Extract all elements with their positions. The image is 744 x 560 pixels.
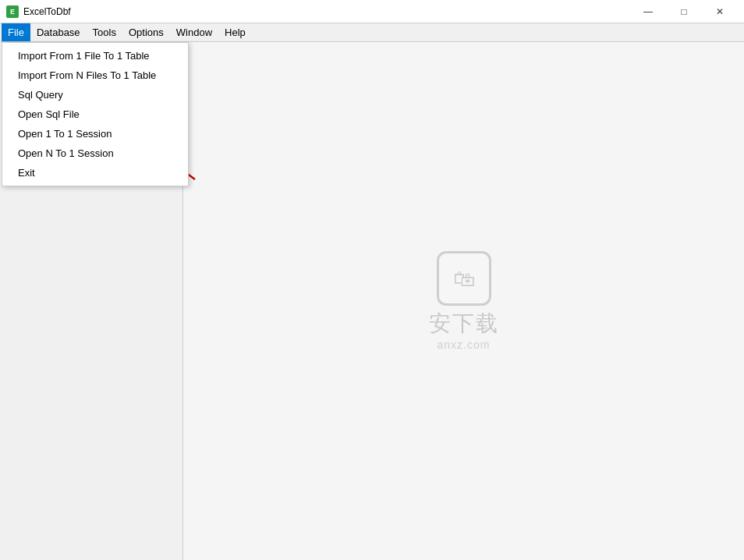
- menu-item-options[interactable]: Options: [122, 23, 170, 41]
- menu-sql-query[interactable]: Sql Query: [2, 85, 188, 105]
- watermark-icon: 🛍: [437, 251, 491, 306]
- app-icon: E: [6, 5, 19, 18]
- menu-item-help[interactable]: Help: [218, 23, 252, 41]
- title-bar-left: E ExcelToDbf: [6, 5, 71, 18]
- menu-item-tools[interactable]: Tools: [87, 23, 122, 41]
- menu-exit[interactable]: Exit: [2, 163, 188, 183]
- menu-open-1-to-1[interactable]: Open 1 To 1 Session: [2, 124, 188, 144]
- file-dropdown: Import From 1 File To 1 Table Import Fro…: [2, 42, 189, 186]
- minimize-button[interactable]: —: [630, 0, 666, 23]
- watermark: 🛍 安下载 anxz.com: [429, 251, 499, 351]
- menu-bar: File Import From 1 File To 1 Table Impor…: [0, 23, 744, 42]
- close-button[interactable]: ✕: [702, 0, 738, 23]
- content-area: 🛍 安下载 anxz.com: [183, 42, 744, 560]
- title-bar-controls: — □ ✕: [630, 0, 738, 23]
- menu-item-file[interactable]: File Import From 1 File To 1 Table Impor…: [2, 23, 30, 41]
- menu-open-sql-file[interactable]: Open Sql File: [2, 105, 188, 124]
- menu-item-database[interactable]: Database: [30, 23, 87, 41]
- title-bar: E ExcelToDbf — □ ✕: [0, 0, 744, 23]
- menu-import-1-to-1[interactable]: Import From 1 File To 1 Table: [2, 46, 188, 66]
- app-title: ExcelToDbf: [23, 6, 71, 17]
- menu-bar-wrapper: File Import From 1 File To 1 Table Impor…: [0, 23, 744, 42]
- maximize-button[interactable]: □: [666, 0, 702, 23]
- menu-open-n-to-1[interactable]: Open N To 1 Session: [2, 144, 188, 163]
- watermark-text-en: anxz.com: [438, 338, 491, 351]
- menu-item-window[interactable]: Window: [170, 23, 218, 41]
- menu-import-n-to-1[interactable]: Import From N Files To 1 Table: [2, 66, 188, 85]
- watermark-text-cn: 安下载: [429, 309, 499, 338]
